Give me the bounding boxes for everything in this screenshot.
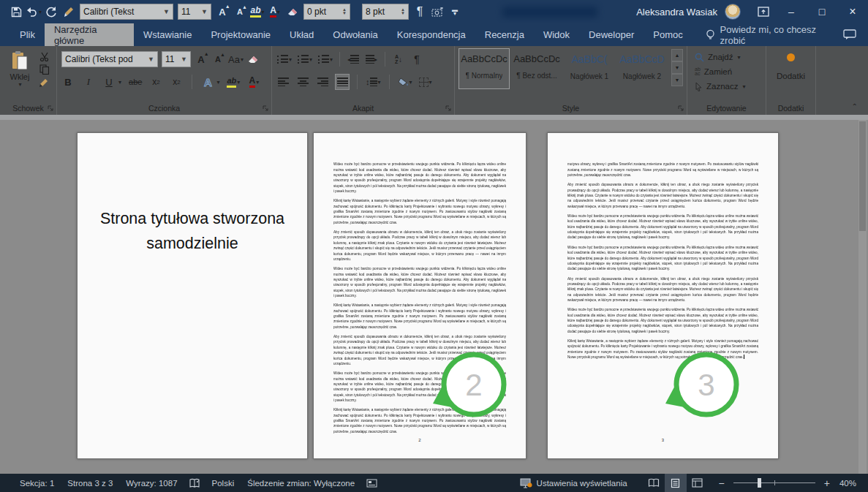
show-formatting-button[interactable]: ¶ [410,52,423,67]
redo-button[interactable] [42,2,60,21]
proofing-icon[interactable] [184,478,205,488]
underline-button[interactable]: U [102,75,116,89]
find-button[interactable]: Znajdź ▾ [695,50,761,64]
paragraph[interactable]: Aby zmienić sposób dopasowania obrazu w … [333,230,506,262]
paragraph[interactable]: Wideo może być bardzo pomocne w przedsta… [567,245,758,272]
zoom-slider-thumb[interactable] [758,478,761,488]
italic-button[interactable]: I [82,75,95,89]
increase-indent-button[interactable]: ▸ [365,52,378,67]
tab-uklad[interactable]: Układ [280,23,323,46]
shrink-font-button[interactable]: A▲ [231,2,249,21]
numbering-button[interactable]: ▾ [297,52,312,67]
clear-formatting-icon[interactable] [247,52,260,67]
qat-font-name-combobox[interactable]: Calibri (Tekst ▼ [80,4,173,20]
strikethrough-button[interactable]: abe [129,75,142,89]
style-bez-odstepow[interactable]: AaBbCcDc¶ Bez odst... [512,49,562,88]
spacing-after-spinner[interactable]: 8 pkt ▲▼ [362,4,409,20]
web-layout-icon[interactable] [687,474,709,492]
clear-formatting-icon[interactable] [284,2,301,21]
change-case-button[interactable]: Aa▾ [228,52,244,67]
read-mode-icon[interactable] [643,474,665,492]
collapse-ribbon-icon[interactable]: ⌃ [852,102,858,110]
tab-narzedzia-glowne[interactable]: Narzędzia główne [45,23,134,46]
page-1[interactable]: Strona tytułowa stworzona samodzielnie [77,132,308,459]
replace-button[interactable]: abac Zamień [695,65,761,78]
font-size-combobox[interactable]: 11 ▼ [162,51,191,67]
paragraph[interactable]: Kliknij kartę Wstawianie, a następnie wy… [333,198,506,225]
zoom-level[interactable]: 40% [833,479,868,488]
superscript-button[interactable]: x2 [170,75,183,89]
align-right-button[interactable] [316,75,329,89]
avatar[interactable] [725,4,741,20]
paragraph[interactable]: motywu obrazy, wykresy i grafika SmartAr… [567,162,758,178]
dialog-launcher-icon[interactable] [48,105,54,112]
zoom-slider[interactable] [733,474,815,492]
zoom-in-button[interactable]: + [821,477,833,489]
status-page[interactable]: Strona 3 z 3 [61,479,119,488]
select-button[interactable]: Zaznacz ▾ [695,80,761,93]
chevron-down-icon[interactable]: ▾ [18,81,21,88]
chevron-down-icon[interactable]: ▼ [176,56,187,63]
tab-plik[interactable]: Plik [10,23,45,46]
dialog-launcher-icon[interactable] [678,105,684,112]
addins-button[interactable]: Dodatki [766,46,815,102]
chevron-down-icon[interactable]: ▾ [742,83,745,90]
dialog-launcher-icon[interactable] [445,105,452,112]
macro-record-icon[interactable] [361,479,382,488]
tab-deweloper[interactable]: Deweloper [579,23,644,46]
paragraph[interactable]: Wideo może być bardzo pomocne w przedsta… [567,307,758,334]
chevron-down-icon[interactable]: ▾ [738,54,741,61]
paragraph[interactable]: Kliknij kartę Wstawianie, a następnie wy… [333,303,506,330]
user-name[interactable]: Aleksandra Wasiak [636,7,717,18]
save-icon[interactable] [7,2,25,21]
status-words[interactable]: Wyrazy: 1087 [119,479,184,488]
feedback-icon[interactable] [843,23,856,46]
spin-down-icon[interactable]: ▼ [401,12,405,15]
chevron-down-icon[interactable]: ▾ [216,79,219,86]
paste-button[interactable]: Wklej ▾ [4,50,35,102]
bullets-button[interactable]: ▾ [276,52,292,67]
font-color-button[interactable]: A ▾ [266,2,284,21]
borders-button[interactable]: ▾ [419,75,432,89]
ribbon-display-options-icon[interactable] [751,2,776,21]
font-color-button[interactable]: A▾ [247,75,260,89]
paragraph[interactable]: Aby zmienić sposób dopasowania obrazu w … [567,276,758,303]
tell-me-box[interactable]: Powiedz mi, co chcesz zrobić [706,23,843,46]
text-highlight-button[interactable]: ab ▾ [249,2,266,21]
subscript-button[interactable]: x2 [149,75,162,89]
bold-button[interactable]: B [61,75,75,89]
sort-button[interactable]: AZ↓ [392,52,405,67]
undo-dropdown-icon[interactable]: ▾ [39,9,42,15]
text-effects-button[interactable]: A [201,75,214,89]
format-painter-icon[interactable] [39,77,50,87]
chevron-down-icon[interactable]: ▾ [429,79,432,86]
paragraph[interactable]: Aby zmienić sposób dopasowania obrazu w … [567,182,758,209]
tab-odwolania[interactable]: Odwołania [323,23,387,46]
shading-button[interactable]: ▾ [398,75,412,89]
dialog-launcher-icon[interactable] [263,105,269,112]
pilcrow-button[interactable]: ¶ [411,2,429,21]
tab-wstawianie[interactable]: Wstawianie [134,23,201,46]
paragraph[interactable]: Wideo może być bardzo pomocne w przedsta… [333,266,506,298]
chevron-down-icon[interactable]: ▼ [159,8,170,15]
status-language[interactable]: Polski [205,479,241,488]
page-1-title[interactable]: Strona tytułowa stworzona samodzielnie [99,206,285,256]
qat-font-size-combobox[interactable]: 11 ▼ [178,4,211,20]
undo-button[interactable]: ▾ [25,2,42,21]
status-section[interactable]: Sekcja: 1 [13,479,61,488]
multilevel-list-button[interactable]: ▾ [317,52,333,67]
font-name-combobox[interactable]: Calibri (Tekst pod ▼ [61,51,158,67]
text-highlight-button[interactable]: ab▾ [227,75,240,89]
align-left-button[interactable] [276,75,290,89]
format-painter-icon[interactable] [60,2,78,21]
style-scroll-up-icon[interactable]: ▲ [671,49,683,61]
style-naglowek-2[interactable]: AaBbCcDNagłówek 2 [617,49,667,88]
chevron-down-icon[interactable]: ▼ [197,8,208,15]
style-gallery-more-icon[interactable]: ▼ [671,74,683,86]
cut-icon[interactable] [39,52,50,61]
spacing-before-spinner[interactable]: 0 pkt ▲▼ [303,4,350,20]
tab-korespondencja[interactable]: Korespondencja [388,23,475,46]
paragraph[interactable]: Wideo może być bardzo pomocne w przedsta… [333,162,506,194]
style-scroll-down-icon[interactable]: ▼ [671,61,683,74]
tab-recenzja[interactable]: Recenzja [475,23,534,46]
